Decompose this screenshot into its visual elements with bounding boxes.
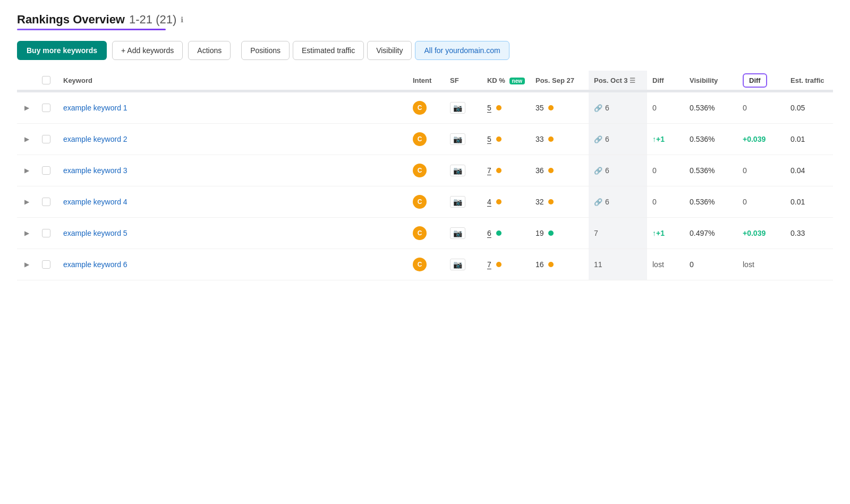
row-keyword-4[interactable]: example keyword 5 bbox=[58, 218, 407, 249]
row-expand-3[interactable]: ▶ bbox=[17, 186, 37, 218]
row-visibility-0: 0.536% bbox=[684, 92, 737, 124]
kd-value-3: 4 bbox=[487, 198, 491, 206]
kd-value-0: 5 bbox=[487, 104, 491, 112]
row-expand-4[interactable]: ▶ bbox=[17, 218, 37, 249]
row-pos-oct3-5: 11 bbox=[589, 249, 647, 280]
table-row: ▶ example keyword 3 C 📷 7 36 🔗 6 bbox=[17, 155, 833, 186]
add-keywords-button[interactable]: + Add keywords bbox=[112, 41, 183, 60]
row-keyword-1[interactable]: example keyword 2 bbox=[58, 124, 407, 155]
expand-button-4[interactable]: ▶ bbox=[22, 227, 31, 239]
keyword-link-2[interactable]: example keyword 3 bbox=[63, 166, 128, 175]
row-checkbox-cell-2 bbox=[37, 155, 58, 186]
row-expand-5[interactable]: ▶ bbox=[17, 249, 37, 280]
col-diff-header[interactable]: Diff bbox=[647, 71, 684, 90]
row-diff2-3: 0 bbox=[737, 186, 785, 218]
row-pos-oct3-3: 🔗 6 bbox=[589, 186, 647, 218]
row-diff-3: 0 bbox=[647, 186, 684, 218]
col-diff2-header[interactable]: Diff bbox=[737, 71, 785, 90]
expand-button-1[interactable]: ▶ bbox=[22, 133, 31, 145]
info-icon[interactable]: ℹ bbox=[181, 15, 183, 24]
diff2-value-5: lost bbox=[743, 260, 754, 269]
row-checkbox-3[interactable] bbox=[42, 198, 50, 206]
pos-dot-4 bbox=[548, 230, 554, 236]
row-checkbox-cell-3 bbox=[37, 186, 58, 218]
row-kd-3: 4 bbox=[482, 186, 530, 218]
keyword-link-3[interactable]: example keyword 4 bbox=[63, 198, 128, 206]
actions-button[interactable]: Actions bbox=[188, 41, 231, 60]
row-intent-4: C bbox=[407, 218, 445, 249]
row-kd-0: 5 bbox=[482, 92, 530, 124]
pos-oct3-value-5: 11 bbox=[594, 260, 602, 269]
row-keyword-5[interactable]: example keyword 6 bbox=[58, 249, 407, 280]
row-visibility-5: 0 bbox=[684, 249, 737, 280]
col-est-traffic-header[interactable]: Est. traffic bbox=[785, 71, 833, 90]
col-intent-header[interactable]: Intent bbox=[407, 71, 445, 90]
row-pos-oct3-1: 🔗 6 bbox=[589, 124, 647, 155]
kd-dot-3 bbox=[496, 199, 502, 204]
title-underline bbox=[17, 29, 166, 30]
row-expand-2[interactable]: ▶ bbox=[17, 155, 37, 186]
keyword-link-4[interactable]: example keyword 5 bbox=[63, 229, 128, 237]
keyword-link-5[interactable]: example keyword 6 bbox=[63, 260, 128, 269]
row-keyword-2[interactable]: example keyword 3 bbox=[58, 155, 407, 186]
col-kd-header[interactable]: KD % new bbox=[482, 71, 530, 90]
expand-button-5[interactable]: ▶ bbox=[22, 259, 31, 270]
visibility-value-2: 0.536% bbox=[690, 166, 715, 175]
tab-domain[interactable]: All for yourdomain.com bbox=[415, 41, 509, 60]
kd-dot-5 bbox=[496, 262, 502, 267]
pos-oct3-value-3: 🔗 6 bbox=[594, 198, 609, 206]
keyword-link-0[interactable]: example keyword 1 bbox=[63, 104, 128, 112]
col-pos-sep27-header[interactable]: Pos. Sep 27 bbox=[530, 71, 589, 90]
row-keyword-0[interactable]: example keyword 1 bbox=[58, 92, 407, 124]
table-wrapper: Keyword Intent SF KD % new Pos. Sep 27 P… bbox=[17, 71, 833, 280]
expand-button-2[interactable]: ▶ bbox=[22, 165, 31, 176]
row-visibility-4: 0.497% bbox=[684, 218, 737, 249]
row-pos-oct3-2: 🔗 6 bbox=[589, 155, 647, 186]
row-diff2-2: 0 bbox=[737, 155, 785, 186]
pos-dot-3 bbox=[548, 199, 554, 204]
intent-badge-0: C bbox=[413, 101, 427, 115]
visibility-value-3: 0.536% bbox=[690, 198, 715, 206]
expand-button-3[interactable]: ▶ bbox=[22, 196, 31, 208]
diff-value-4: ↑+1 bbox=[652, 229, 665, 237]
keyword-link-1[interactable]: example keyword 2 bbox=[63, 135, 128, 143]
pos-oct3-value-2: 🔗 6 bbox=[594, 166, 609, 175]
pos-dot-0 bbox=[548, 105, 554, 110]
rankings-table: Keyword Intent SF KD % new Pos. Sep 27 P… bbox=[17, 71, 833, 280]
link-icon-1: 🔗 bbox=[594, 135, 602, 143]
row-checkbox-cell-5 bbox=[37, 249, 58, 280]
col-keyword-header[interactable]: Keyword bbox=[58, 71, 407, 90]
row-checkbox-1[interactable] bbox=[42, 135, 50, 143]
tab-estimated-traffic[interactable]: Estimated traffic bbox=[293, 41, 364, 60]
col-visibility-header[interactable]: Visibility bbox=[684, 71, 737, 90]
page-header: Rankings Overview 1-21 (21) ℹ bbox=[17, 13, 833, 27]
row-expand-1[interactable]: ▶ bbox=[17, 124, 37, 155]
sf-icon-4: 📷 bbox=[450, 227, 465, 239]
pos-oct3-value-0: 🔗 6 bbox=[594, 104, 609, 112]
pos-dot-5 bbox=[548, 262, 554, 267]
tab-visibility[interactable]: Visibility bbox=[367, 41, 412, 60]
col-sf-header[interactable]: SF bbox=[445, 71, 482, 90]
col-pos-oct3-header[interactable]: Pos. Oct 3 ☰ bbox=[589, 71, 647, 90]
row-keyword-3[interactable]: example keyword 4 bbox=[58, 186, 407, 218]
row-checkbox-0[interactable] bbox=[42, 104, 50, 112]
row-checkbox-4[interactable] bbox=[42, 229, 50, 237]
row-kd-4: 6 bbox=[482, 218, 530, 249]
buy-keywords-button[interactable]: Buy more keywords bbox=[17, 41, 107, 60]
row-checkbox-5[interactable] bbox=[42, 260, 50, 269]
tab-positions[interactable]: Positions bbox=[241, 41, 290, 60]
kd-value-2: 7 bbox=[487, 166, 491, 175]
row-sf-4: 📷 bbox=[445, 218, 482, 249]
sf-icon-0: 📷 bbox=[450, 102, 465, 114]
row-pos-sep27-3: 32 bbox=[530, 186, 589, 218]
row-checkbox-2[interactable] bbox=[42, 166, 50, 175]
kd-value-5: 7 bbox=[487, 260, 491, 269]
row-expand-0[interactable]: ▶ bbox=[17, 92, 37, 124]
expand-button-0[interactable]: ▶ bbox=[22, 102, 31, 114]
intent-badge-1: C bbox=[413, 132, 427, 146]
select-all-checkbox[interactable] bbox=[42, 76, 50, 84]
row-pos-sep27-4: 19 bbox=[530, 218, 589, 249]
visibility-value-1: 0.536% bbox=[690, 135, 715, 143]
row-pos-sep27-5: 16 bbox=[530, 249, 589, 280]
diff-highlighted-header: Diff bbox=[743, 73, 767, 88]
